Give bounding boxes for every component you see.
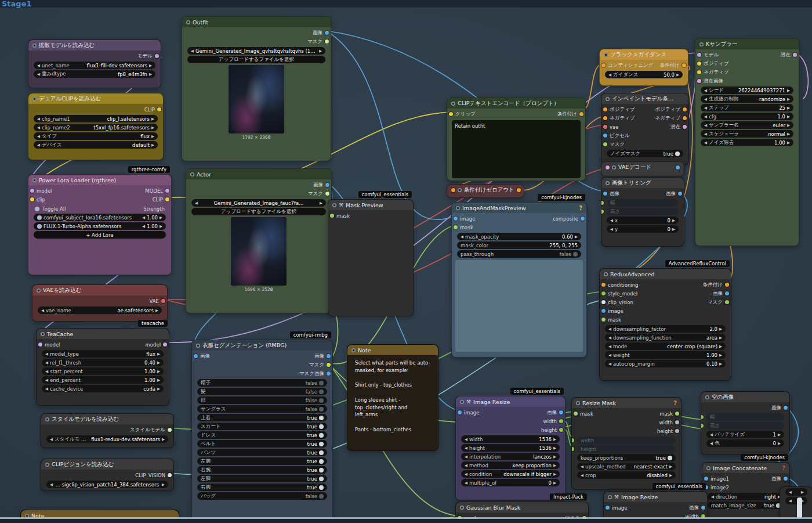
output-slot-スタイルモデル[interactable] bbox=[168, 428, 172, 432]
input-slot-幅[interactable] bbox=[701, 415, 704, 419]
decrement-arrow-icon[interactable]: ◀ bbox=[45, 369, 48, 374]
collapse-dot-icon[interactable] bbox=[32, 178, 37, 182]
node-style-model-loader[interactable]: スタイルモデルを読み込むスタイルモデル◀スタイルモ ...flux1-redux… bbox=[41, 413, 174, 448]
increment-arrow-icon[interactable]: ▶ bbox=[553, 481, 556, 485]
input-slot-image[interactable] bbox=[606, 506, 610, 510]
output-slot-CLIP[interactable] bbox=[157, 107, 161, 111]
widget-mode[interactable]: ◀modecenter crop (square)▶ bbox=[605, 342, 726, 350]
increment-arrow-icon[interactable]: ▶ bbox=[553, 472, 556, 477]
widget-width[interactable]: ◀width1536▶ bbox=[461, 435, 560, 443]
input-slot-ポジティブ[interactable] bbox=[697, 62, 701, 66]
widget-clip_name2[interactable]: ◀clip_name2t5xxl_fp16.safetensors▶ bbox=[34, 124, 158, 131]
increment-arrow-icon[interactable]: ▶ bbox=[787, 132, 790, 136]
node-header[interactable]: インペイントモデル条... bbox=[601, 93, 688, 104]
decrement-arrow-icon[interactable]: ◀ bbox=[465, 437, 467, 442]
node-image-crop[interactable]: 画像トリミング画像画像幅高さ◀x0▶◀y0▶ bbox=[601, 177, 684, 247]
decrement-arrow-icon[interactable]: ◀ bbox=[465, 472, 467, 477]
node-load-diffusion-model[interactable]: 拡散モデルを読み込むモデル◀unet_nameflux1-fill-dev.sa… bbox=[28, 39, 161, 88]
collapse-dot-icon[interactable] bbox=[705, 395, 709, 399]
widget-mask_opacity[interactable]: ◀mask_opacity0.60▶ bbox=[457, 233, 581, 240]
output-slot-条件付け[interactable] bbox=[725, 283, 729, 287]
increment-arrow-icon[interactable]: ▶ bbox=[787, 106, 790, 110]
file-combo[interactable]: ◀Gemini_Generated_Image_qvhsltqvhsltqvhs… bbox=[187, 47, 325, 55]
collapse-dot-icon[interactable] bbox=[612, 165, 616, 169]
node-graph-canvas[interactable]: Stage1 拡散モデルを読み込むモデル◀unet_nameflux1-fill… bbox=[0, 0, 812, 523]
widget-デバイス[interactable]: ◀デバイスdefault▶ bbox=[34, 141, 158, 149]
node-header[interactable]: ReduxAdvanced bbox=[600, 269, 731, 279]
prev-file-arrow-icon[interactable]: ◀ bbox=[191, 49, 194, 53]
widget-unet_name[interactable]: ◀unet_nameflux1-fill-dev.safetensors▶ bbox=[34, 62, 155, 69]
collapse-dot-icon[interactable] bbox=[351, 348, 356, 352]
node-header[interactable]: Outfit bbox=[182, 17, 331, 27]
node-redux-advanced[interactable]: AdvancedRefluxControlReduxAdvancedcondit… bbox=[599, 268, 731, 381]
toggle-knob-icon[interactable] bbox=[668, 456, 672, 460]
node-header[interactable]: フラックスガイダンス bbox=[600, 49, 688, 60]
input-slot-幅[interactable] bbox=[601, 201, 604, 205]
node-header[interactable]: 拡散モデルを読み込む bbox=[28, 40, 161, 51]
node-header[interactable]: Resize Mask? bbox=[572, 398, 681, 408]
input-slot-height[interactable] bbox=[572, 447, 574, 451]
input-slot-model[interactable] bbox=[30, 189, 34, 193]
widget-x[interactable]: ◀x0▶ bbox=[607, 217, 679, 224]
next-file-arrow-icon[interactable]: ▶ bbox=[319, 49, 322, 53]
decrement-arrow-icon[interactable]: ◀ bbox=[465, 446, 467, 450]
input-slot-クリップ[interactable] bbox=[449, 112, 453, 116]
widget-シード[interactable]: ◀シード262244649037271▶ bbox=[701, 86, 793, 94]
node-dual-clip-loader[interactable]: デュアルCLIPを読み込むCLIP◀clip_name1clip_l.safet… bbox=[28, 93, 164, 160]
node-conditioning-zero-out[interactable]: 条件付けゼロアウト bbox=[447, 184, 524, 198]
widget-タイプ[interactable]: ◀タイプflux▶ bbox=[34, 132, 158, 140]
decrement-arrow-icon[interactable]: ◀ bbox=[789, 490, 792, 495]
node-mask-preview[interactable]: comfyui_essentials⚒Mask Previewmask bbox=[328, 199, 414, 316]
node-header[interactable]: CLIPビジョンを読み込む bbox=[41, 459, 173, 470]
output-slot-マスク画像[interactable] bbox=[327, 371, 331, 376]
node-header[interactable]: デュアルCLIPを読み込む bbox=[28, 93, 163, 104]
decrement-arrow-icon[interactable]: ◀ bbox=[608, 336, 611, 340]
node-image-and-mask-preview[interactable]: comfyui-kjnodesImageAndMaskPreview?image… bbox=[451, 202, 587, 358]
input-slot-画像[interactable] bbox=[603, 192, 607, 196]
collapse-dot-icon[interactable] bbox=[332, 203, 336, 207]
increment-arrow-icon[interactable]: ▶ bbox=[672, 218, 675, 223]
toggle-右腕[interactable]: 右腕true bbox=[197, 466, 327, 474]
node-vae-loader[interactable]: VAEを読み込むVAE◀vae_nameae.safetensors▶ bbox=[32, 284, 168, 322]
decrement-arrow-icon[interactable]: ◀ bbox=[465, 463, 467, 468]
decrement-arrow-icon[interactable]: ◀ bbox=[608, 73, 611, 77]
collapse-dot-icon[interactable] bbox=[460, 400, 464, 404]
collapsed-output-slot[interactable] bbox=[676, 165, 680, 169]
toggle-バッグ[interactable]: バッグfalse bbox=[197, 492, 327, 500]
decrement-arrow-icon[interactable]: ◀ bbox=[45, 352, 48, 356]
input-slot-高さ[interactable] bbox=[601, 210, 604, 214]
toggle-knob-icon[interactable] bbox=[319, 398, 324, 403]
output-slot-ネガティブ[interactable] bbox=[683, 116, 687, 120]
toggle-knob-icon[interactable] bbox=[319, 407, 324, 412]
toggle-サングラス[interactable]: サングラスfalse bbox=[197, 405, 327, 413]
toggle-左脚[interactable]: 左脚true bbox=[197, 475, 327, 482]
input-slot-コンディショニング[interactable] bbox=[601, 63, 606, 67]
node-outfit[interactable]: Outfit画像マスク◀Gemini_Generated_Image_qvhsl… bbox=[182, 16, 331, 161]
linked-field-高さ[interactable]: 高さ bbox=[607, 208, 679, 215]
toggle-knob-icon[interactable] bbox=[319, 485, 324, 490]
increment-arrow-icon[interactable]: ▶ bbox=[151, 117, 154, 121]
input-slot-model[interactable] bbox=[38, 342, 42, 347]
node-header[interactable]: Power Lora Loader (rgthree) bbox=[28, 175, 171, 185]
collapse-dot-icon[interactable] bbox=[41, 332, 45, 336]
decrement-arrow-icon[interactable]: ◀ bbox=[142, 224, 145, 229]
decrement-arrow-icon[interactable]: ◀ bbox=[37, 134, 40, 139]
add-lora-button[interactable]: + Add Lora bbox=[34, 231, 166, 239]
decrement-arrow-icon[interactable]: ◀ bbox=[142, 215, 145, 220]
input-slot-モデル[interactable] bbox=[697, 53, 701, 57]
input-slot-clip[interactable] bbox=[30, 197, 34, 201]
output-slot-条件付け[interactable] bbox=[579, 112, 583, 116]
decrement-arrow-icon[interactable]: ◀ bbox=[608, 353, 611, 358]
widget-重みdtype[interactable]: ◀重みdtypefp8_e4m3fn▶ bbox=[34, 70, 155, 78]
input-slot-高さ[interactable] bbox=[701, 424, 704, 428]
linked-field-width[interactable]: width bbox=[577, 437, 676, 444]
widget-スケジューラ[interactable]: ◀スケジューラnormal▶ bbox=[701, 130, 793, 138]
node-header[interactable]: スタイルモデルを読み込む bbox=[41, 414, 173, 424]
node-image-concatenate[interactable]: comfyui-kjnodesImage Concatenate?image1i… bbox=[702, 462, 790, 521]
node-header[interactable]: 画像トリミング bbox=[601, 178, 684, 188]
collapse-dot-icon[interactable] bbox=[37, 288, 41, 293]
input-slot-width[interactable] bbox=[572, 438, 574, 442]
increment-arrow-icon[interactable]: ▶ bbox=[160, 224, 162, 229]
next-file-arrow-icon[interactable]: ▶ bbox=[162, 482, 165, 487]
increment-arrow-icon[interactable]: ▶ bbox=[669, 473, 672, 478]
